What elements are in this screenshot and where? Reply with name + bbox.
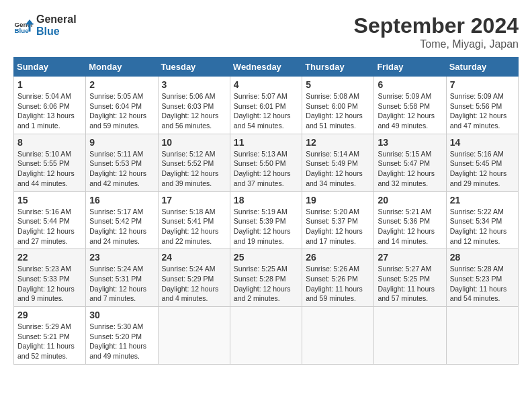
day-cell	[302, 307, 374, 365]
month-title: September 2024	[354, 13, 519, 38]
day-detail: Sunrise: 5:07 AM Sunset: 6:01 PM Dayligh…	[234, 91, 298, 131]
day-number: 5	[306, 79, 370, 90]
day-cell: 14Sunrise: 5:16 AM Sunset: 5:45 PM Dayli…	[446, 134, 518, 191]
day-cell	[230, 307, 302, 365]
day-cell: 28Sunrise: 5:28 AM Sunset: 5:23 PM Dayli…	[446, 249, 518, 307]
day-cell: 4Sunrise: 5:07 AM Sunset: 6:01 PM Daylig…	[230, 77, 302, 134]
day-cell: 17Sunrise: 5:18 AM Sunset: 5:41 PM Dayli…	[158, 191, 230, 249]
day-number: 14	[450, 137, 515, 148]
location-title: Tome, Miyagi, Japan	[354, 38, 519, 50]
day-cell: 23Sunrise: 5:24 AM Sunset: 5:31 PM Dayli…	[86, 249, 158, 307]
day-detail: Sunrise: 5:12 AM Sunset: 5:52 PM Dayligh…	[162, 149, 226, 189]
day-detail: Sunrise: 5:15 AM Sunset: 5:47 PM Dayligh…	[378, 149, 442, 189]
day-cell: 9Sunrise: 5:11 AM Sunset: 5:53 PM Daylig…	[86, 134, 158, 191]
day-cell: 19Sunrise: 5:20 AM Sunset: 5:37 PM Dayli…	[302, 191, 374, 249]
title-area: September 2024 Tome, Miyagi, Japan	[354, 13, 519, 50]
day-detail: Sunrise: 5:22 AM Sunset: 5:34 PM Dayligh…	[450, 207, 515, 246]
day-number: 20	[378, 195, 442, 205]
svg-text:Blue: Blue	[15, 26, 30, 34]
day-detail: Sunrise: 5:14 AM Sunset: 5:49 PM Dayligh…	[306, 149, 370, 189]
day-cell: 25Sunrise: 5:25 AM Sunset: 5:28 PM Dayli…	[230, 249, 302, 307]
logo-blue-text: Blue	[36, 26, 77, 38]
day-number: 3	[162, 79, 226, 90]
day-number: 21	[450, 195, 515, 205]
day-number: 23	[89, 252, 154, 263]
day-cell: 29Sunrise: 5:29 AM Sunset: 5:21 PM Dayli…	[14, 307, 86, 365]
day-cell: 13Sunrise: 5:15 AM Sunset: 5:47 PM Dayli…	[374, 134, 446, 191]
day-cell: 12Sunrise: 5:14 AM Sunset: 5:49 PM Dayli…	[302, 134, 374, 191]
day-number: 25	[234, 252, 298, 263]
day-cell: 10Sunrise: 5:12 AM Sunset: 5:52 PM Dayli…	[158, 134, 230, 191]
day-number: 15	[17, 195, 82, 205]
day-detail: Sunrise: 5:16 AM Sunset: 5:45 PM Dayligh…	[450, 149, 515, 189]
day-cell: 2Sunrise: 5:05 AM Sunset: 6:04 PM Daylig…	[86, 77, 158, 134]
day-cell: 15Sunrise: 5:16 AM Sunset: 5:44 PM Dayli…	[14, 191, 86, 249]
day-number: 16	[89, 195, 154, 205]
day-detail: Sunrise: 5:21 AM Sunset: 5:36 PM Dayligh…	[378, 207, 442, 246]
day-number: 11	[234, 137, 298, 148]
day-detail: Sunrise: 5:05 AM Sunset: 6:04 PM Dayligh…	[89, 91, 154, 131]
col-header-sunday: Sunday	[14, 58, 86, 77]
day-number: 18	[234, 195, 298, 205]
day-detail: Sunrise: 5:06 AM Sunset: 6:03 PM Dayligh…	[162, 91, 226, 131]
day-cell	[446, 307, 518, 365]
day-cell: 20Sunrise: 5:21 AM Sunset: 5:36 PM Dayli…	[374, 191, 446, 249]
logo: General Blue General Blue	[13, 13, 77, 37]
day-detail: Sunrise: 5:24 AM Sunset: 5:29 PM Dayligh…	[162, 264, 226, 304]
day-number: 17	[162, 195, 226, 205]
day-number: 9	[89, 137, 154, 148]
day-cell: 30Sunrise: 5:30 AM Sunset: 5:20 PM Dayli…	[86, 307, 158, 365]
logo-general-text: General	[36, 13, 77, 26]
day-detail: Sunrise: 5:28 AM Sunset: 5:23 PM Dayligh…	[450, 264, 515, 304]
day-detail: Sunrise: 5:09 AM Sunset: 5:58 PM Dayligh…	[378, 91, 442, 131]
day-detail: Sunrise: 5:24 AM Sunset: 5:31 PM Dayligh…	[89, 264, 154, 304]
col-header-tuesday: Tuesday	[158, 58, 230, 77]
day-detail: Sunrise: 5:10 AM Sunset: 5:55 PM Dayligh…	[17, 149, 82, 189]
day-number: 8	[17, 137, 82, 148]
day-cell: 27Sunrise: 5:27 AM Sunset: 5:25 PM Dayli…	[374, 249, 446, 307]
day-detail: Sunrise: 5:23 AM Sunset: 5:33 PM Dayligh…	[17, 264, 82, 304]
logo-icon: General Blue	[13, 15, 34, 36]
day-detail: Sunrise: 5:09 AM Sunset: 5:56 PM Dayligh…	[450, 91, 515, 131]
day-number: 10	[162, 137, 226, 148]
day-cell: 24Sunrise: 5:24 AM Sunset: 5:29 PM Dayli…	[158, 249, 230, 307]
day-number: 24	[162, 252, 226, 263]
day-detail: Sunrise: 5:20 AM Sunset: 5:37 PM Dayligh…	[306, 207, 370, 246]
header: General Blue General Blue September 2024…	[13, 13, 519, 50]
day-cell: 16Sunrise: 5:17 AM Sunset: 5:42 PM Dayli…	[86, 191, 158, 249]
week-row-1: 1Sunrise: 5:04 AM Sunset: 6:06 PM Daylig…	[14, 77, 519, 134]
day-cell	[374, 307, 446, 365]
week-row-2: 8Sunrise: 5:10 AM Sunset: 5:55 PM Daylig…	[14, 134, 519, 191]
day-number: 7	[450, 79, 515, 90]
day-number: 4	[234, 79, 298, 90]
day-detail: Sunrise: 5:29 AM Sunset: 5:21 PM Dayligh…	[17, 322, 82, 361]
day-detail: Sunrise: 5:04 AM Sunset: 6:06 PM Dayligh…	[17, 91, 82, 131]
day-cell: 22Sunrise: 5:23 AM Sunset: 5:33 PM Dayli…	[14, 249, 86, 307]
day-detail: Sunrise: 5:27 AM Sunset: 5:25 PM Dayligh…	[378, 264, 442, 304]
day-number: 30	[89, 310, 154, 320]
week-row-4: 22Sunrise: 5:23 AM Sunset: 5:33 PM Dayli…	[14, 249, 519, 307]
day-number: 12	[306, 137, 370, 148]
day-detail: Sunrise: 5:13 AM Sunset: 5:50 PM Dayligh…	[234, 149, 298, 189]
day-cell: 8Sunrise: 5:10 AM Sunset: 5:55 PM Daylig…	[14, 134, 86, 191]
day-detail: Sunrise: 5:26 AM Sunset: 5:26 PM Dayligh…	[306, 264, 370, 304]
day-cell: 7Sunrise: 5:09 AM Sunset: 5:56 PM Daylig…	[446, 77, 518, 134]
day-detail: Sunrise: 5:19 AM Sunset: 5:39 PM Dayligh…	[234, 207, 298, 246]
day-cell: 1Sunrise: 5:04 AM Sunset: 6:06 PM Daylig…	[14, 77, 86, 134]
day-number: 6	[378, 79, 442, 90]
day-detail: Sunrise: 5:16 AM Sunset: 5:44 PM Dayligh…	[17, 207, 82, 246]
day-number: 1	[17, 79, 82, 90]
week-row-5: 29Sunrise: 5:29 AM Sunset: 5:21 PM Dayli…	[14, 307, 519, 365]
day-number: 28	[450, 252, 515, 263]
col-header-wednesday: Wednesday	[230, 58, 302, 77]
day-number: 22	[17, 252, 82, 263]
day-number: 19	[306, 195, 370, 205]
day-number: 2	[89, 79, 154, 90]
week-row-3: 15Sunrise: 5:16 AM Sunset: 5:44 PM Dayli…	[14, 191, 519, 249]
col-header-saturday: Saturday	[446, 58, 518, 77]
day-cell: 11Sunrise: 5:13 AM Sunset: 5:50 PM Dayli…	[230, 134, 302, 191]
day-cell	[158, 307, 230, 365]
col-header-monday: Monday	[86, 58, 158, 77]
col-header-thursday: Thursday	[302, 58, 374, 77]
day-number: 29	[17, 310, 82, 320]
